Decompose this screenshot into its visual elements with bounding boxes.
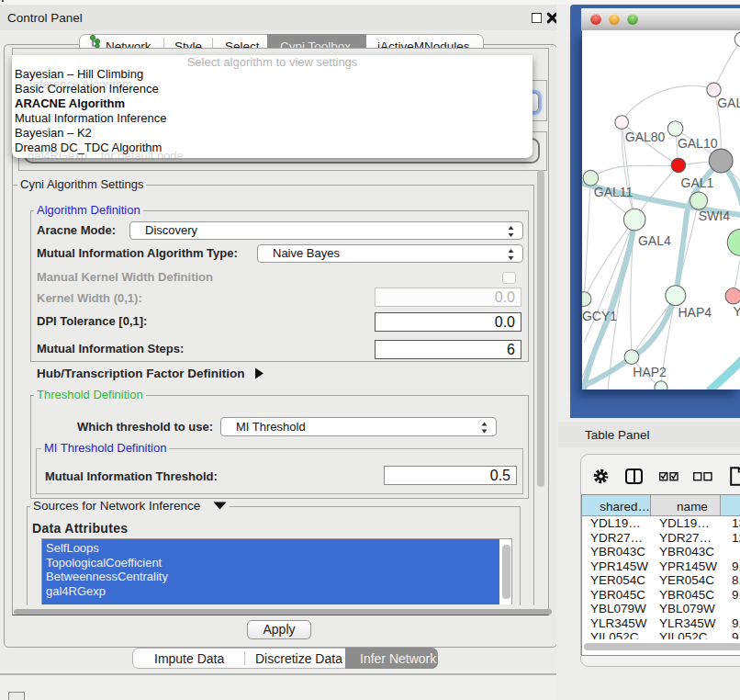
svg-text:HAP2: HAP2 — [633, 365, 667, 379]
svg-text:GAL4: GAL4 — [638, 233, 671, 248]
svg-text:YM: YM — [734, 304, 740, 319]
svg-text:GAL7: GAL7 — [717, 96, 740, 110]
svg-text:GAL11: GAL11 — [594, 185, 633, 199]
svg-text:GAL1: GAL1 — [681, 175, 714, 190]
svg-text:GCY1: GCY1 — [582, 309, 617, 323]
svg-text:SWI4: SWI4 — [699, 209, 730, 223]
svg-text:HAP4: HAP4 — [678, 305, 712, 320]
svg-text:GAL10: GAL10 — [678, 136, 718, 151]
svg-text:GAL80: GAL80 — [625, 130, 666, 144]
